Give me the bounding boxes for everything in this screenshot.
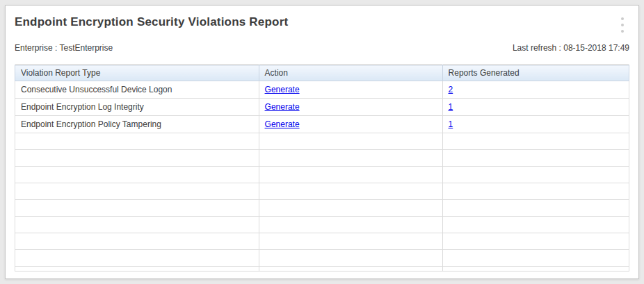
kebab-menu-icon[interactable] bbox=[615, 15, 629, 35]
table-header-row: Violation Report Type Action Reports Gen… bbox=[15, 65, 629, 81]
empty-cell bbox=[442, 133, 629, 150]
last-refresh-label: Last refresh : 08-15-2018 17:49 bbox=[513, 43, 629, 53]
empty-cell bbox=[259, 267, 442, 272]
empty-cell bbox=[259, 167, 442, 183]
page-title: Endpoint Encryption Security Violations … bbox=[15, 15, 288, 30]
empty-cell bbox=[15, 150, 259, 167]
empty-row bbox=[15, 183, 629, 200]
empty-row bbox=[15, 150, 629, 167]
card-header: Endpoint Encryption Security Violations … bbox=[15, 6, 629, 35]
kebab-dot bbox=[621, 17, 624, 20]
empty-row bbox=[15, 250, 629, 267]
empty-row bbox=[15, 267, 629, 272]
reports-generated-cell: 1 bbox=[442, 116, 629, 133]
empty-cell bbox=[15, 250, 259, 267]
reports-count-link[interactable]: 1 bbox=[449, 119, 453, 129]
reports-generated-cell: 1 bbox=[442, 99, 629, 116]
action-cell: Generate bbox=[259, 99, 442, 116]
meta-row: Enterprise : TestEnterprise Last refresh… bbox=[15, 43, 629, 53]
empty-cell bbox=[259, 233, 442, 250]
empty-cell bbox=[442, 200, 629, 217]
action-cell: Generate bbox=[259, 116, 442, 133]
empty-cell bbox=[15, 233, 259, 250]
empty-cell bbox=[259, 250, 442, 267]
column-header-reports-generated: Reports Generated bbox=[442, 65, 629, 81]
empty-cell bbox=[442, 233, 629, 250]
empty-row bbox=[15, 200, 629, 217]
violation-type-cell: Consecutive Unsuccessful Device Logon bbox=[15, 81, 259, 99]
violation-type-cell: Endpoint Encryption Log Integrity bbox=[15, 99, 259, 116]
empty-cell bbox=[259, 150, 442, 167]
empty-cell bbox=[442, 250, 629, 267]
empty-cell bbox=[259, 217, 442, 233]
column-header-action: Action bbox=[259, 65, 442, 81]
empty-cell bbox=[259, 200, 442, 217]
column-header-violation-report-type: Violation Report Type bbox=[15, 65, 259, 81]
generate-link[interactable]: Generate bbox=[265, 102, 300, 112]
empty-cell bbox=[442, 183, 629, 200]
table-row: Consecutive Unsuccessful Device Logon Ge… bbox=[15, 81, 629, 99]
kebab-dot bbox=[621, 24, 624, 26]
empty-cell bbox=[442, 150, 629, 167]
empty-cell bbox=[442, 167, 629, 183]
empty-row bbox=[15, 217, 629, 233]
action-cell: Generate bbox=[259, 81, 442, 99]
empty-row bbox=[15, 167, 629, 183]
enterprise-label: Enterprise : TestEnterprise bbox=[15, 43, 113, 53]
table-row: Endpoint Encryption Log Integrity Genera… bbox=[15, 99, 629, 116]
empty-cell bbox=[15, 167, 259, 183]
report-widget-card: Endpoint Encryption Security Violations … bbox=[5, 5, 639, 279]
empty-cell bbox=[15, 217, 259, 233]
empty-row bbox=[15, 233, 629, 250]
generate-link[interactable]: Generate bbox=[265, 85, 300, 94]
empty-cell bbox=[15, 267, 259, 272]
table-row: Endpoint Encryption Policy Tampering Gen… bbox=[15, 116, 629, 133]
empty-row bbox=[15, 133, 629, 150]
empty-cell bbox=[15, 200, 259, 217]
reports-count-link[interactable]: 1 bbox=[449, 102, 453, 112]
kebab-dot bbox=[621, 30, 624, 33]
reports-count-link[interactable]: 2 bbox=[449, 85, 453, 94]
generate-link[interactable]: Generate bbox=[265, 119, 300, 129]
reports-generated-cell: 2 bbox=[442, 81, 629, 99]
empty-cell bbox=[15, 183, 259, 200]
violation-type-cell: Endpoint Encryption Policy Tampering bbox=[15, 116, 259, 133]
empty-cell bbox=[15, 133, 259, 150]
empty-cell bbox=[259, 183, 442, 200]
table-body: Consecutive Unsuccessful Device Logon Ge… bbox=[15, 81, 629, 272]
empty-cell bbox=[442, 217, 629, 233]
violations-table: Violation Report Type Action Reports Gen… bbox=[15, 65, 629, 272]
empty-cell bbox=[442, 267, 629, 272]
empty-cell bbox=[259, 133, 442, 150]
